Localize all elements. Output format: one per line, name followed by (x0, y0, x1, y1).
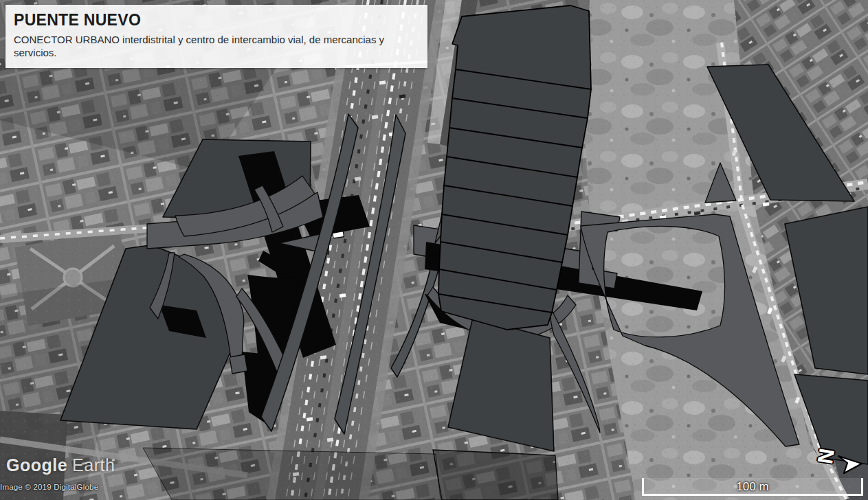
block-bottom-left (143, 448, 441, 500)
imagery-attribution: Image © 2019 DigitalGlobe (0, 483, 98, 491)
title-card: PUENTE NUEVO CONECTOR URBANO interdistri… (5, 5, 427, 68)
north-arrow: N (815, 440, 868, 478)
page-subtitle: CONECTOR URBANO interdistrital y centro … (14, 34, 419, 60)
google-earth-logo: GoogleEarth (6, 455, 115, 475)
map-canvas[interactable] (0, 0, 868, 500)
logo-google: Google (6, 455, 67, 475)
page-title: PUENTE NUEVO (14, 11, 419, 30)
google-earth-viewport: PUENTE NUEVO CONECTOR URBANO interdistri… (0, 0, 868, 500)
block-bottom-center (433, 450, 558, 500)
scale-label: 100 m (644, 480, 861, 494)
scale-bar: 100 m (642, 478, 863, 496)
north-arrow-icon (834, 446, 868, 478)
logo-earth: Earth (72, 455, 115, 475)
